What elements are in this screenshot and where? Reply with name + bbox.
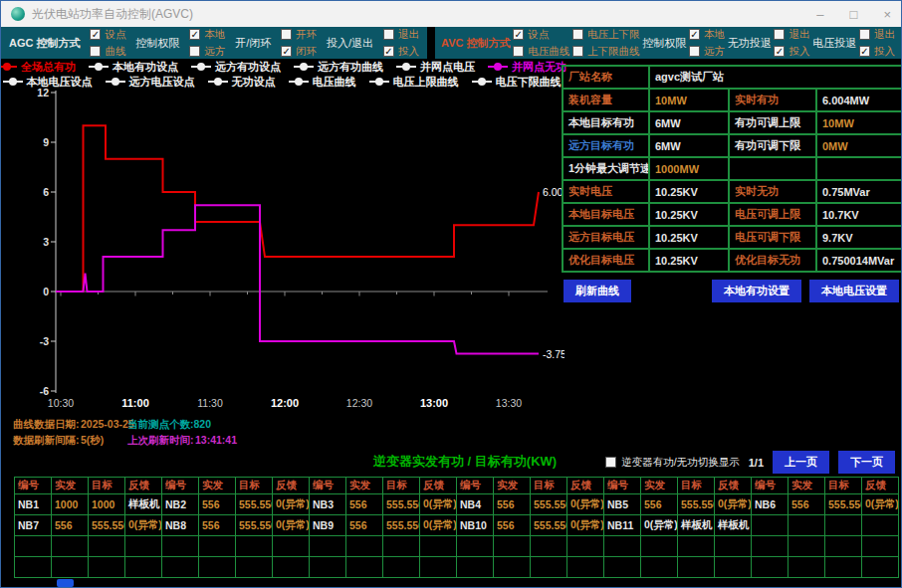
- series-全场总有功: [56, 125, 539, 292]
- avc-control-section: AVC 控制方式✓设点电压曲线电压上下限上下限曲线控制权限✓本地远方无功投退退出…: [435, 27, 901, 59]
- agc-option-label: 投入: [398, 45, 419, 59]
- checkbox-icon[interactable]: [572, 29, 583, 40]
- inverter-cell: 556: [494, 494, 531, 515]
- inverter-cell: NB8: [162, 515, 199, 536]
- checkbox-icon[interactable]: [689, 46, 700, 57]
- inverter-cell: [789, 515, 825, 536]
- checkbox-icon[interactable]: [774, 29, 785, 40]
- avc-option-电压曲线[interactable]: 电压曲线: [513, 45, 569, 59]
- legend-label: 并网点无功: [512, 60, 566, 75]
- avc-option-电压上下限[interactable]: 电压上下限: [572, 28, 640, 42]
- checkbox-icon[interactable]: [90, 46, 101, 57]
- legend-item-电压曲线[interactable]: 电压曲线: [289, 75, 356, 90]
- prev-page-button[interactable]: 上一页: [773, 451, 829, 474]
- info-cell: 10.25KV: [649, 249, 729, 272]
- legend-marker-icon: [289, 81, 309, 83]
- checkbox-icon[interactable]: [281, 29, 292, 40]
- local-active-power-set-button[interactable]: 本地有功设置: [712, 280, 801, 302]
- avc-option-label: 本地: [704, 28, 725, 42]
- legend-item-电压上限曲线[interactable]: 电压上限曲线: [369, 75, 459, 90]
- inverter-cell: [752, 515, 789, 536]
- minimize-button[interactable]: –: [816, 8, 823, 21]
- agc-checkbox-group-3: 退出✓投入: [383, 28, 419, 59]
- inverter-cell: 555.556: [89, 515, 125, 536]
- legend-item-远方电压设点[interactable]: 远方电压设点: [106, 75, 195, 90]
- checkbox-icon[interactable]: ✓: [90, 29, 101, 40]
- inverter-cell: 0(异常): [641, 515, 678, 536]
- agc-option-远方[interactable]: 远方: [189, 45, 225, 59]
- inverter-cell: 556: [199, 515, 236, 536]
- series-并网点无功: [56, 205, 539, 353]
- agc-option-设点[interactable]: ✓设点: [90, 28, 125, 42]
- checkbox-icon[interactable]: [189, 46, 200, 57]
- inverter-cell: 样板机: [678, 515, 715, 536]
- close-button[interactable]: ×: [883, 8, 891, 21]
- avc-option-设点[interactable]: ✓设点: [513, 28, 569, 42]
- checkbox-icon[interactable]: ✓: [281, 46, 292, 57]
- agc-option-闭环[interactable]: ✓闭环: [281, 45, 317, 59]
- inverter-switch-label: 逆变器有功/无功切换显示: [621, 456, 739, 470]
- checkbox-icon[interactable]: [513, 46, 524, 57]
- avc-option-退出[interactable]: 退出: [774, 28, 809, 42]
- checkbox-icon[interactable]: [859, 29, 870, 40]
- legend-item-无功设点[interactable]: 无功设点: [208, 75, 276, 90]
- info-row-7: 本地目标电压10.25KV电压可调上限10.7KV: [563, 203, 902, 226]
- inverter-switch-checkbox[interactable]: [605, 457, 616, 468]
- next-page-button[interactable]: 下一页: [838, 451, 895, 474]
- inverter-cell: [310, 557, 346, 578]
- info-cell: 10MW: [649, 89, 729, 111]
- legend-marker-icon: [396, 66, 416, 68]
- avc-option-退出[interactable]: 退出: [859, 28, 895, 42]
- agc-option-label: 开环: [296, 28, 317, 42]
- checkbox-icon[interactable]: ✓: [383, 46, 394, 57]
- legend-item-并网点电压[interactable]: 并网点电压: [396, 60, 475, 75]
- inverter-cell: [383, 536, 420, 557]
- inverter-col-header: 目标: [383, 478, 420, 494]
- info-cell: 实时电压: [563, 180, 649, 203]
- refresh-curve-button[interactable]: 刷新曲线: [564, 280, 631, 302]
- legend-item-本地电压设点[interactable]: 本地电压设点: [3, 75, 93, 90]
- legend-item-远方有功设点[interactable]: 远方有功设点: [191, 60, 281, 75]
- inverter-cell: 556: [346, 494, 383, 515]
- inverter-cell: [15, 557, 52, 578]
- agc-option-投入[interactable]: ✓投入: [383, 45, 419, 59]
- inverter-col-header: 反馈: [273, 478, 310, 494]
- info-row-3: 本地目标有功6MW有功可调上限10MW: [563, 111, 902, 134]
- avc-group-label-3: 无功投退: [728, 36, 772, 51]
- checkbox-icon[interactable]: [383, 29, 394, 40]
- agc-option-开环[interactable]: 开环: [281, 28, 317, 42]
- avc-option-远方[interactable]: 远方: [689, 45, 725, 59]
- inverter-cell: 555.556: [531, 515, 567, 536]
- maximize-button[interactable]: □: [850, 8, 858, 21]
- inverter-display-switch[interactable]: 逆变器有功/无功切换显示: [605, 456, 739, 470]
- info-cell: 0.75MVar: [816, 180, 902, 203]
- points-count: 当前测点个数:820: [127, 418, 211, 432]
- info-row-5: 1分钟最大调节速率1000MW: [563, 157, 902, 180]
- checkbox-icon[interactable]: ✓: [689, 29, 700, 40]
- y-tick-label: 3: [43, 236, 49, 248]
- checkbox-icon[interactable]: ✓: [859, 46, 870, 57]
- x-tick-label: 13:30: [496, 397, 522, 409]
- avc-option-投入[interactable]: ✓投入: [859, 45, 895, 59]
- legend-item-并网点无功[interactable]: 并网点无功: [488, 60, 566, 75]
- taskbar-icon[interactable]: [57, 579, 74, 587]
- local-voltage-set-button[interactable]: 本地电压设置: [809, 280, 899, 302]
- agc-option-退出[interactable]: 退出: [383, 28, 419, 42]
- agc-option-本地[interactable]: ✓本地: [189, 28, 225, 42]
- legend-item-全场总有功[interactable]: 全场总有功: [0, 60, 76, 75]
- checkbox-icon[interactable]: [572, 46, 583, 57]
- agc-option-曲线[interactable]: 曲线: [90, 45, 125, 59]
- legend-item-远方有功曲线[interactable]: 远方有功曲线: [294, 60, 383, 75]
- inverter-cell: [678, 557, 715, 578]
- checkbox-icon[interactable]: ✓: [774, 46, 785, 57]
- avc-option-本地[interactable]: ✓本地: [689, 28, 725, 42]
- legend-item-本地有功设点[interactable]: 本地有功设点: [89, 60, 178, 75]
- checkbox-icon[interactable]: ✓: [513, 29, 524, 40]
- checkbox-icon[interactable]: ✓: [189, 29, 200, 40]
- avc-option-上下限曲线[interactable]: 上下限曲线: [572, 45, 640, 59]
- inverter-col-header: 目标: [825, 478, 862, 494]
- legend-item-电压下限曲线[interactable]: 电压下限曲线: [472, 75, 562, 90]
- avc-option-投入[interactable]: ✓投入: [774, 45, 809, 59]
- info-row-4: 远方目标有功6MW有功可调下限0MW: [563, 134, 902, 157]
- legend-row-1: 全场总有功本地有功设点远方有功设点远方有功曲线并网点电压并网点无功: [9, 60, 555, 74]
